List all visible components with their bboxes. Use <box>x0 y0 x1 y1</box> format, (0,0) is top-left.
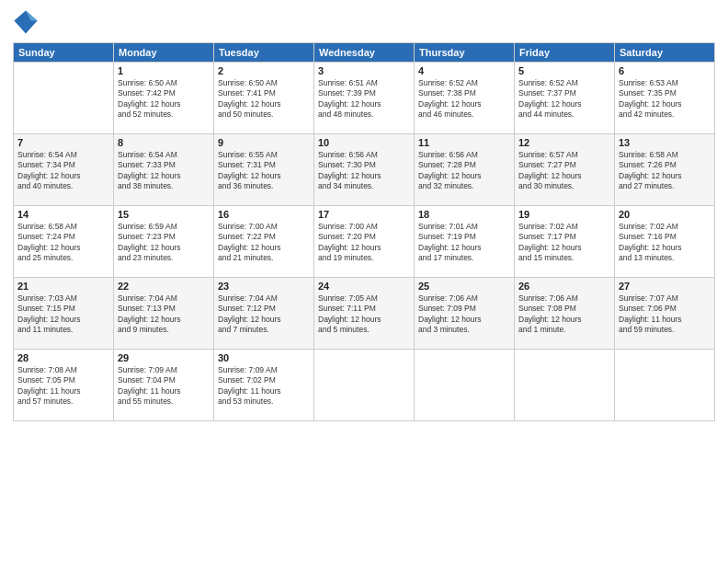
day-info: Sunrise: 6:58 AM Sunset: 7:24 PM Dayligh… <box>17 222 109 264</box>
day-number: 1 <box>118 65 210 76</box>
day-number: 17 <box>318 209 410 220</box>
day-number: 6 <box>619 65 711 76</box>
col-header-tuesday: Tuesday <box>214 43 314 63</box>
calendar-cell: 12Sunrise: 6:57 AM Sunset: 7:27 PM Dayli… <box>515 134 615 206</box>
day-number: 11 <box>418 137 510 148</box>
day-info: Sunrise: 7:06 AM Sunset: 7:08 PM Dayligh… <box>518 293 610 336</box>
calendar-cell: 9Sunrise: 6:55 AM Sunset: 7:31 PM Daylig… <box>214 134 314 206</box>
col-header-wednesday: Wednesday <box>314 43 415 63</box>
day-info: Sunrise: 6:59 AM Sunset: 7:23 PM Dayligh… <box>118 222 210 264</box>
calendar-cell: 10Sunrise: 6:56 AM Sunset: 7:30 PM Dayli… <box>314 134 415 206</box>
calendar-cell: 4Sunrise: 6:52 AM Sunset: 7:38 PM Daylig… <box>415 63 515 134</box>
day-number: 28 <box>17 352 109 363</box>
day-info: Sunrise: 6:55 AM Sunset: 7:31 PM Dayligh… <box>218 150 310 192</box>
day-number: 19 <box>518 209 610 220</box>
day-info: Sunrise: 7:04 AM Sunset: 7:13 PM Dayligh… <box>118 293 210 336</box>
calendar-cell: 29Sunrise: 7:09 AM Sunset: 7:04 PM Dayli… <box>114 350 214 421</box>
day-info: Sunrise: 7:00 AM Sunset: 7:20 PM Dayligh… <box>318 222 410 264</box>
day-info: Sunrise: 7:03 AM Sunset: 7:15 PM Dayligh… <box>17 293 109 336</box>
day-info: Sunrise: 6:54 AM Sunset: 7:33 PM Dayligh… <box>118 150 210 192</box>
day-number: 12 <box>518 137 610 148</box>
calendar-cell: 25Sunrise: 7:06 AM Sunset: 7:09 PM Dayli… <box>415 278 515 350</box>
calendar-cell: 5Sunrise: 6:52 AM Sunset: 7:37 PM Daylig… <box>515 63 615 134</box>
col-header-saturday: Saturday <box>615 43 715 63</box>
day-info: Sunrise: 6:52 AM Sunset: 7:38 PM Dayligh… <box>418 78 510 121</box>
week-row-2: 7Sunrise: 6:54 AM Sunset: 7:34 PM Daylig… <box>14 134 715 206</box>
header <box>13 9 715 35</box>
day-info: Sunrise: 6:56 AM Sunset: 7:30 PM Dayligh… <box>318 150 410 192</box>
week-row-4: 21Sunrise: 7:03 AM Sunset: 7:15 PM Dayli… <box>14 278 715 350</box>
day-info: Sunrise: 6:53 AM Sunset: 7:35 PM Dayligh… <box>619 78 711 121</box>
calendar-cell: 26Sunrise: 7:06 AM Sunset: 7:08 PM Dayli… <box>515 278 615 350</box>
svg-marker-0 <box>14 10 37 33</box>
calendar-cell <box>615 350 715 421</box>
day-number: 14 <box>17 209 109 220</box>
calendar-cell: 14Sunrise: 6:58 AM Sunset: 7:24 PM Dayli… <box>14 206 114 278</box>
calendar-cell: 6Sunrise: 6:53 AM Sunset: 7:35 PM Daylig… <box>615 63 715 134</box>
day-number: 10 <box>318 137 410 148</box>
calendar-cell: 3Sunrise: 6:51 AM Sunset: 7:39 PM Daylig… <box>314 63 415 134</box>
day-number: 21 <box>17 281 109 292</box>
day-info: Sunrise: 7:06 AM Sunset: 7:09 PM Dayligh… <box>418 293 510 336</box>
week-row-3: 14Sunrise: 6:58 AM Sunset: 7:24 PM Dayli… <box>14 206 715 278</box>
col-header-friday: Friday <box>515 43 615 63</box>
day-info: Sunrise: 7:09 AM Sunset: 7:04 PM Dayligh… <box>118 365 210 408</box>
calendar-cell: 13Sunrise: 6:58 AM Sunset: 7:26 PM Dayli… <box>615 134 715 206</box>
logo <box>13 9 40 35</box>
day-info: Sunrise: 7:04 AM Sunset: 7:12 PM Dayligh… <box>218 293 310 336</box>
day-number: 20 <box>619 209 711 220</box>
week-row-5: 28Sunrise: 7:08 AM Sunset: 7:05 PM Dayli… <box>14 350 715 421</box>
day-number: 24 <box>318 281 410 292</box>
day-number: 25 <box>418 281 510 292</box>
week-row-1: 1Sunrise: 6:50 AM Sunset: 7:42 PM Daylig… <box>14 63 715 134</box>
calendar-cell: 30Sunrise: 7:09 AM Sunset: 7:02 PM Dayli… <box>214 350 314 421</box>
calendar-cell: 17Sunrise: 7:00 AM Sunset: 7:20 PM Dayli… <box>314 206 415 278</box>
day-info: Sunrise: 7:02 AM Sunset: 7:17 PM Dayligh… <box>518 222 610 264</box>
calendar-cell: 15Sunrise: 6:59 AM Sunset: 7:23 PM Dayli… <box>114 206 214 278</box>
day-info: Sunrise: 7:01 AM Sunset: 7:19 PM Dayligh… <box>418 222 510 264</box>
col-header-monday: Monday <box>114 43 214 63</box>
calendar-table: SundayMondayTuesdayWednesdayThursdayFrid… <box>13 42 715 421</box>
day-number: 27 <box>619 281 711 292</box>
day-info: Sunrise: 6:52 AM Sunset: 7:37 PM Dayligh… <box>518 78 610 121</box>
col-header-thursday: Thursday <box>415 43 515 63</box>
calendar-cell: 19Sunrise: 7:02 AM Sunset: 7:17 PM Dayli… <box>515 206 615 278</box>
calendar-cell <box>515 350 615 421</box>
calendar-cell <box>314 350 415 421</box>
day-info: Sunrise: 6:57 AM Sunset: 7:27 PM Dayligh… <box>518 150 610 192</box>
calendar-cell: 16Sunrise: 7:00 AM Sunset: 7:22 PM Dayli… <box>214 206 314 278</box>
calendar-cell <box>415 350 515 421</box>
calendar-cell: 22Sunrise: 7:04 AM Sunset: 7:13 PM Dayli… <box>114 278 214 350</box>
day-number: 8 <box>118 137 210 148</box>
day-info: Sunrise: 6:50 AM Sunset: 7:42 PM Dayligh… <box>118 78 210 121</box>
day-number: 9 <box>218 137 310 148</box>
day-number: 16 <box>218 209 310 220</box>
day-number: 18 <box>418 209 510 220</box>
day-number: 7 <box>17 137 109 148</box>
day-number: 2 <box>218 65 310 76</box>
day-info: Sunrise: 7:00 AM Sunset: 7:22 PM Dayligh… <box>218 222 310 264</box>
day-info: Sunrise: 7:08 AM Sunset: 7:05 PM Dayligh… <box>17 365 109 408</box>
day-info: Sunrise: 6:54 AM Sunset: 7:34 PM Dayligh… <box>17 150 109 192</box>
calendar-cell: 24Sunrise: 7:05 AM Sunset: 7:11 PM Dayli… <box>314 278 415 350</box>
day-info: Sunrise: 6:51 AM Sunset: 7:39 PM Dayligh… <box>318 78 410 121</box>
day-info: Sunrise: 6:50 AM Sunset: 7:41 PM Dayligh… <box>218 78 310 121</box>
page: SundayMondayTuesdayWednesdayThursdayFrid… <box>0 0 728 563</box>
day-number: 30 <box>218 352 310 363</box>
day-number: 4 <box>418 65 510 76</box>
calendar-cell: 28Sunrise: 7:08 AM Sunset: 7:05 PM Dayli… <box>14 350 114 421</box>
calendar-cell: 8Sunrise: 6:54 AM Sunset: 7:33 PM Daylig… <box>114 134 214 206</box>
day-number: 29 <box>118 352 210 363</box>
calendar-cell: 2Sunrise: 6:50 AM Sunset: 7:41 PM Daylig… <box>214 63 314 134</box>
logo-icon <box>13 9 39 35</box>
calendar-cell: 27Sunrise: 7:07 AM Sunset: 7:06 PM Dayli… <box>615 278 715 350</box>
day-info: Sunrise: 7:05 AM Sunset: 7:11 PM Dayligh… <box>318 293 410 336</box>
calendar-header-row: SundayMondayTuesdayWednesdayThursdayFrid… <box>14 43 715 63</box>
day-info: Sunrise: 6:56 AM Sunset: 7:28 PM Dayligh… <box>418 150 510 192</box>
day-number: 23 <box>218 281 310 292</box>
calendar-cell: 11Sunrise: 6:56 AM Sunset: 7:28 PM Dayli… <box>415 134 515 206</box>
calendar-cell: 7Sunrise: 6:54 AM Sunset: 7:34 PM Daylig… <box>14 134 114 206</box>
day-number: 22 <box>118 281 210 292</box>
day-number: 3 <box>318 65 410 76</box>
day-info: Sunrise: 6:58 AM Sunset: 7:26 PM Dayligh… <box>619 150 711 192</box>
